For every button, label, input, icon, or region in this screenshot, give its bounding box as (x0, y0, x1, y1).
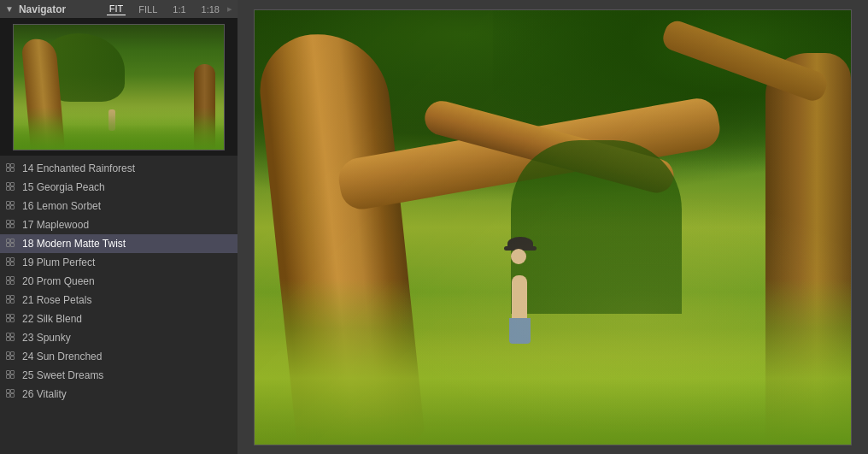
svg-rect-36 (7, 333, 10, 337)
preset-label: 24 Sun Drenched (22, 351, 102, 363)
svg-rect-39 (11, 338, 15, 341)
svg-rect-48 (7, 390, 10, 393)
svg-rect-20 (7, 258, 10, 262)
preset-label: 19 Plum Perfect (22, 256, 95, 268)
svg-rect-17 (11, 239, 15, 243)
preset-item-21[interactable]: 21 Rose Petals (0, 291, 238, 310)
svg-rect-21 (11, 258, 15, 262)
svg-rect-15 (11, 225, 15, 228)
nav-zoom-option[interactable]: 1:18 (199, 3, 222, 15)
preset-grid-icon (5, 275, 17, 287)
nav-fill-option[interactable]: FILL (136, 3, 160, 15)
svg-rect-50 (7, 394, 10, 398)
main-photo (254, 9, 852, 445)
preset-grid-icon (5, 388, 17, 400)
preset-label: 14 Enchanted Rainforest (22, 162, 135, 174)
preset-label: 21 Rose Petals (22, 294, 91, 306)
svg-rect-6 (7, 187, 10, 191)
svg-rect-42 (7, 357, 10, 360)
preset-grid-icon (5, 332, 17, 344)
svg-rect-26 (7, 281, 10, 285)
svg-rect-40 (7, 352, 10, 356)
svg-rect-18 (7, 244, 10, 247)
svg-rect-22 (7, 262, 10, 266)
main-image-area (238, 0, 868, 454)
preset-grid-icon (5, 219, 17, 231)
nav-fit-option[interactable]: FIT (107, 3, 126, 15)
svg-rect-44 (7, 371, 10, 374)
preset-grid-icon (5, 181, 17, 193)
preset-label: 20 Prom Queen (22, 275, 95, 287)
preset-grid-icon (5, 200, 17, 212)
preset-label: 26 Vitality (22, 388, 67, 400)
svg-rect-2 (7, 168, 10, 172)
svg-rect-51 (11, 394, 15, 398)
preset-item-24[interactable]: 24 Sun Drenched (0, 347, 238, 366)
svg-rect-11 (11, 206, 15, 209)
preset-label: 15 Georgia Peach (22, 181, 105, 193)
svg-rect-49 (11, 390, 15, 393)
navigator-preview (0, 19, 238, 156)
preset-grid-icon (5, 351, 17, 363)
left-panel: ▼ Navigator FIT FILL 1:1 1:18 ▸ 14 Encha… (0, 0, 238, 454)
light-rays (255, 10, 851, 445)
preset-item-15[interactable]: 15 Georgia Peach (0, 178, 238, 197)
preset-label: 16 Lemon Sorbet (22, 200, 101, 212)
preset-item-20[interactable]: 20 Prom Queen (0, 272, 238, 291)
svg-rect-32 (7, 315, 10, 318)
preset-label: 22 Silk Blend (22, 313, 82, 325)
svg-rect-25 (11, 277, 15, 280)
svg-rect-30 (7, 300, 10, 304)
svg-rect-16 (7, 239, 10, 243)
preset-item-22[interactable]: 22 Silk Blend (0, 310, 238, 328)
preset-grid-icon (5, 313, 17, 325)
preset-item-25[interactable]: 25 Sweet Dreams (0, 366, 238, 385)
svg-rect-5 (11, 183, 15, 186)
svg-rect-35 (11, 319, 15, 322)
preset-grid-icon (5, 238, 17, 250)
preset-grid-icon (5, 369, 17, 381)
svg-rect-23 (11, 262, 15, 266)
svg-rect-14 (7, 225, 10, 228)
preset-grid-icon (5, 256, 17, 268)
preset-grid-icon (5, 294, 17, 306)
svg-rect-19 (11, 244, 15, 247)
preset-label: 18 Modern Matte Twist (22, 238, 126, 250)
preset-item-18[interactable]: 18 Modern Matte Twist (0, 234, 238, 253)
svg-rect-34 (7, 319, 10, 322)
preset-item-17[interactable]: 17 Maplewood (0, 215, 238, 234)
svg-rect-45 (11, 371, 15, 374)
navigator-header: ▼ Navigator FIT FILL 1:1 1:18 ▸ (0, 0, 238, 19)
preview-thumbnail (13, 24, 225, 150)
svg-rect-46 (7, 375, 10, 379)
svg-rect-3 (11, 168, 15, 172)
svg-rect-33 (11, 315, 15, 318)
preset-item-23[interactable]: 23 Spunky (0, 328, 238, 347)
svg-rect-38 (7, 338, 10, 341)
preset-item-19[interactable]: 19 Plum Perfect (0, 253, 238, 272)
svg-rect-13 (11, 221, 15, 224)
navigator-title: Navigator (19, 3, 102, 15)
navigator-collapse-icon[interactable]: ▼ (5, 4, 14, 14)
preset-item-14[interactable]: 14 Enchanted Rainforest (0, 159, 238, 178)
preset-item-16[interactable]: 16 Lemon Sorbet (0, 197, 238, 215)
svg-rect-31 (11, 300, 15, 304)
svg-rect-47 (11, 375, 15, 379)
svg-rect-10 (7, 206, 10, 209)
preset-label: 17 Maplewood (22, 219, 89, 231)
svg-rect-29 (11, 296, 15, 299)
svg-rect-27 (11, 281, 15, 285)
svg-rect-0 (7, 164, 10, 168)
svg-rect-43 (11, 357, 15, 360)
preset-grid-icon (5, 162, 17, 174)
svg-rect-41 (11, 352, 15, 356)
svg-rect-8 (7, 202, 10, 205)
preset-label: 25 Sweet Dreams (22, 369, 103, 381)
nav-1-1-option[interactable]: 1:1 (170, 3, 188, 15)
svg-rect-4 (7, 183, 10, 186)
presets-list: 14 Enchanted Rainforest 15 Georgia Peach… (0, 156, 238, 454)
svg-rect-37 (11, 333, 15, 337)
svg-rect-7 (11, 187, 15, 191)
preset-item-26[interactable]: 26 Vitality (0, 385, 238, 404)
svg-rect-9 (11, 202, 15, 205)
